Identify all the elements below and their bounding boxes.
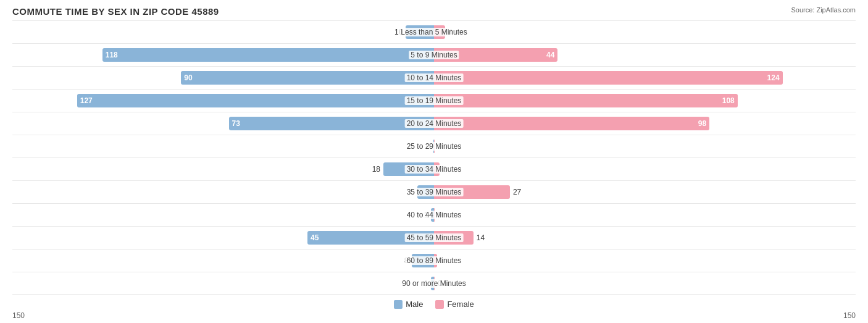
chart-row: 1830 to 34 Minutes2 [12,157,856,180]
chart-row: 140 to 44 Minutes0 [12,203,856,226]
chart-row: 635 to 39 Minutes27 [12,180,856,203]
male-value-outside: 8 [404,256,409,265]
source-label: Source: ZipAtlas.com [791,6,856,14]
chart-row: 4545 to 59 Minutes14 [12,226,856,249]
male-value-outside: 10 [394,28,403,36]
chart-row: 025 to 29 Minutes0 [12,135,856,157]
male-value-outside: 1 [424,279,428,288]
male-value-inside: 45 [307,233,322,242]
chart-row: 10Less than 5 Minutes4 [12,20,856,43]
chart-title: COMMUTE TIME BY SEX IN ZIP CODE 45889 [12,6,219,17]
legend: Male Female [12,300,856,309]
female-value-zero: 0 [438,142,442,151]
chart-area: 10Less than 5 Minutes41185 to 9 Minutes4… [12,20,856,295]
male-value-inside: 90 [181,73,195,82]
legend-female: Female [435,300,474,309]
female-value-outside: 27 [513,188,521,196]
male-value-outside: 6 [410,188,414,196]
chart-row: 1185 to 9 Minutes44 [12,43,856,66]
male-value-inside: 73 [229,119,243,128]
legend-male-box [394,300,403,309]
male-value-inside: 118 [102,51,121,59]
male-value-outside: 1 [424,211,428,219]
chart-row: 9010 to 14 Minutes124 [12,66,856,89]
page-container: COMMUTE TIME BY SEX IN ZIP CODE 45889 So… [12,6,856,320]
legend-male: Male [394,300,423,309]
chart-row: 12715 to 19 Minutes108 [12,89,856,112]
legend-female-label: Female [447,300,474,309]
female-value-outside: 14 [477,233,485,242]
chart-row: 7320 to 24 Minutes98 [12,112,856,135]
axis-labels: 150 150 [12,311,856,320]
axis-right-label: 150 [843,311,856,320]
female-value-outside: 1 [440,256,444,265]
chart-row: 860 to 89 Minutes1 [12,249,856,272]
axis-left-label: 150 [12,311,25,320]
legend-female-box [435,300,444,309]
chart-row: 190 or more Minutes0 [12,272,856,295]
legend-male-label: Male [406,300,423,309]
female-value-inside: 44 [543,51,557,59]
female-value-outside: 2 [443,165,447,174]
female-value-outside: 4 [448,28,453,36]
female-value-zero: 0 [438,279,442,288]
male-value-zero: 0 [426,142,430,151]
female-value-inside: 98 [695,119,709,128]
female-value-inside: 108 [719,96,738,105]
female-value-zero: 0 [438,211,442,219]
male-value-outside: 18 [372,165,380,174]
female-value-inside: 124 [764,73,783,82]
male-value-inside: 127 [77,96,96,105]
